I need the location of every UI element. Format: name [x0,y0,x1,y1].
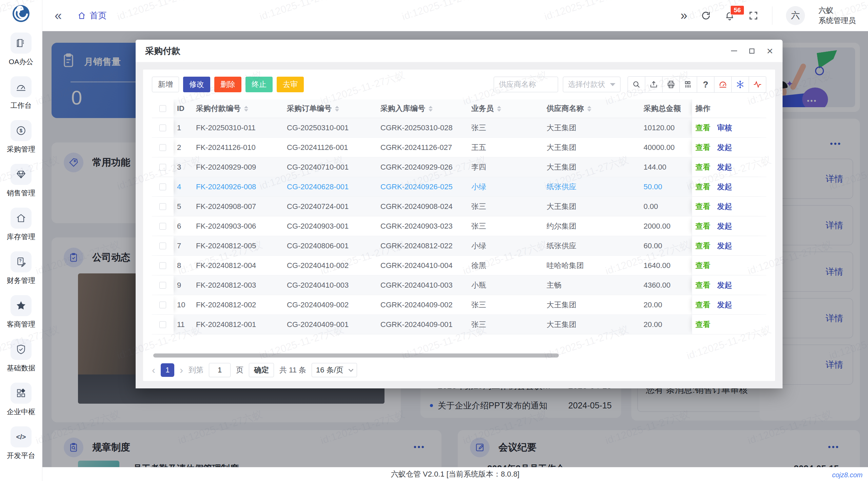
columns-icon[interactable] [679,76,697,93]
confirm-page-button[interactable]: 确定 [249,363,274,377]
select-all-checkbox[interactable] [159,105,166,112]
sidebar-item[interactable]: 销售管理 [0,162,42,206]
page-size-select[interactable]: 16 条/页 [312,363,357,377]
column-header[interactable]: 供应商名称 [543,99,634,118]
sort-icon[interactable] [429,106,433,112]
view-link[interactable]: 查看 [695,182,710,192]
table-row[interactable]: 5 FK-20240908-007 CG-20240724-001 CGRK-2… [152,197,766,216]
view-link[interactable]: 查看 [695,221,710,231]
refresh-icon[interactable] [701,11,711,21]
sort-icon[interactable] [335,106,339,112]
expand-tabs-icon[interactable]: » [680,9,687,22]
column-header[interactable]: 采购付款编号 [193,99,283,118]
column-header[interactable]: 采购入库编号 [377,99,468,118]
sidebar-item[interactable]: ? 财务管理 [0,250,42,294]
avatar[interactable]: 六 [786,6,805,25]
freeze-icon[interactable] [731,76,749,93]
view-link[interactable]: 查看 [695,280,710,290]
sort-icon[interactable] [244,106,248,112]
table-row[interactable]: 2 FK-20241126-010 CG-20241126-001 CGRK-2… [152,138,766,157]
view-link[interactable]: 查看 [695,162,710,172]
row-checkbox[interactable] [159,282,166,289]
sidebar-item[interactable]: $ 采购管理 [0,119,42,162]
row-checkbox[interactable] [159,144,166,151]
search-icon[interactable] [628,76,645,93]
row-checkbox[interactable] [159,262,166,269]
table-row[interactable]: 11 FK-20240812-001 CG-20240409-001 CGRK-… [152,315,766,334]
action-link[interactable]: 发起 [717,162,732,172]
action-link[interactable]: 发起 [717,182,732,192]
去审-button[interactable]: 去审 [277,77,304,92]
新增-button[interactable]: 新增 [152,77,179,92]
supplier-search-input[interactable] [494,77,558,92]
sidebar-item[interactable]: 工作台 [0,75,42,119]
row-checkbox[interactable] [159,321,166,328]
action-link[interactable]: 发起 [717,221,732,231]
minimize-icon[interactable] [731,51,737,51]
table-row[interactable]: 4 FK-20240926-008 CG-20240628-001 CGRK-2… [152,177,766,197]
maximize-icon[interactable] [749,49,754,54]
sidebar-item[interactable]: 企业中枢 [0,381,42,425]
table-row[interactable]: 3 FK-20240929-009 CG-20240710-001 CGRK-2… [152,157,766,177]
row-checkbox[interactable] [159,302,166,308]
row-checkbox[interactable] [159,223,166,230]
sidebar-item[interactable]: OA办公 [0,31,42,75]
view-link[interactable]: 查看 [695,241,710,251]
table-row[interactable]: 10 FK-20240812-002 CG-20240409-002 CGRK-… [152,295,766,315]
cell-amount: 1640.00 [634,256,692,275]
view-link[interactable]: 查看 [695,320,710,330]
site-link[interactable]: cojz8.com [832,471,863,479]
view-link[interactable]: 查看 [695,123,710,133]
action-link[interactable]: 发起 [717,280,732,290]
export-icon[interactable] [645,76,663,93]
table-row[interactable]: 7 FK-20240812-005 CG-20240806-001 CGRK-2… [152,236,766,256]
column-header[interactable]: 业务员 [468,99,543,118]
column-header[interactable]: 采购订单编号 [283,99,377,118]
payment-status-select[interactable]: 选择付款状 [563,77,620,92]
app-logo[interactable] [0,0,42,23]
pulse-icon[interactable] [749,76,766,93]
sidebar-item[interactable]: 库存管理 [0,206,42,250]
修改-button[interactable]: 修改 [183,77,210,92]
print-icon[interactable] [662,76,680,93]
删除-button[interactable]: 删除 [214,77,241,92]
next-page-icon[interactable]: › [180,365,183,375]
row-checkbox[interactable] [159,124,166,131]
help-icon[interactable]: ? [697,76,714,93]
sidebar-item[interactable]: </> 开发平台 [0,425,42,469]
cell-amount: 50.00 [634,177,692,196]
sort-icon[interactable] [587,106,591,112]
monitor-icon[interactable] [714,76,732,93]
sort-icon[interactable] [497,106,501,112]
prev-page-icon[interactable]: ‹ [152,365,155,375]
action-link[interactable]: 审核 [717,123,732,133]
row-checkbox[interactable] [159,203,166,210]
collapse-sidebar-icon[interactable]: « [55,9,62,22]
table-row[interactable]: 1 FK-20250310-011 CG-20250310-001 CGRK-2… [152,118,766,138]
action-link[interactable]: 发起 [717,201,732,212]
user-info[interactable]: 六蚁 系统管理员 [818,5,856,25]
view-link[interactable]: 查看 [695,300,710,310]
view-link[interactable]: 查看 [695,261,710,271]
view-link[interactable]: 查看 [695,142,710,153]
current-page-button[interactable]: 1 [161,363,174,377]
view-link[interactable]: 查看 [695,201,710,212]
breadcrumb[interactable]: 首页 [77,10,106,21]
action-link[interactable]: 发起 [717,142,732,153]
close-icon[interactable]: × [767,45,773,56]
sidebar-item[interactable]: 客商管理 [0,294,42,338]
table-row[interactable]: 8 FK-20240812-004 CG-20240410-002 CGRK-2… [152,256,766,275]
horizontal-scrollbar[interactable] [153,353,559,358]
page-number-input[interactable] [209,363,231,377]
table-row[interactable]: 9 FK-20240812-003 CG-20240410-003 CGRK-2… [152,275,766,295]
table-row[interactable]: 6 FK-20240903-006 CG-20240903-001 CGRK-2… [152,216,766,236]
终止-button[interactable]: 终止 [245,77,273,92]
sidebar-item[interactable]: 基础数据 [0,338,42,381]
row-checkbox[interactable] [159,164,166,171]
row-checkbox[interactable] [159,243,166,249]
action-link[interactable]: 发起 [717,300,732,310]
notification-bell-icon[interactable]: 56 [725,11,735,21]
fullscreen-icon[interactable] [748,11,758,21]
row-checkbox[interactable] [159,184,166,190]
action-link[interactable]: 发起 [717,241,732,251]
